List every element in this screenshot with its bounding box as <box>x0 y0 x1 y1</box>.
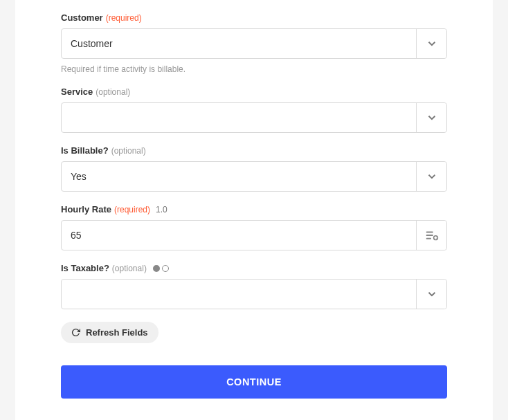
is-billable-label-row: Is Billable? (optional) <box>61 145 447 156</box>
dot-outline-icon <box>162 265 169 272</box>
customer-select[interactable]: Customer <box>61 28 447 59</box>
svg-rect-5 <box>434 237 437 239</box>
service-label-row: Service (optional) <box>61 86 447 97</box>
customer-field-group: Customer (required) Customer Required if… <box>61 12 447 74</box>
hourly-rate-hint: 1.0 <box>156 205 167 214</box>
service-field-group: Service (optional) <box>61 86 447 133</box>
service-optional-tag: (optional) <box>96 87 130 97</box>
dot-solid-icon <box>153 265 160 272</box>
hourly-rate-addon-button[interactable] <box>416 221 446 250</box>
is-billable-dropdown-toggle[interactable] <box>416 162 446 191</box>
hourly-rate-label-row: Hourly Rate (required) 1.0 <box>61 204 447 214</box>
boolean-type-icon <box>153 265 169 272</box>
hourly-rate-input-wrapper <box>61 220 447 250</box>
form-card: Customer (required) Customer Required if… <box>15 0 493 420</box>
hourly-rate-required-tag: (required) <box>114 205 150 214</box>
refresh-icon <box>71 328 80 337</box>
chevron-down-icon <box>426 288 438 300</box>
service-dropdown-toggle[interactable] <box>416 103 446 132</box>
is-taxable-label: Is Taxable? <box>61 263 109 273</box>
hourly-rate-field-group: Hourly Rate (required) 1.0 <box>61 204 447 250</box>
customer-selected-value: Customer <box>62 29 416 58</box>
is-taxable-optional-tag: (optional) <box>112 264 147 273</box>
service-selected-value <box>62 103 416 132</box>
chevron-down-icon <box>426 37 438 50</box>
customer-label: Customer <box>61 12 103 23</box>
is-taxable-selected-value <box>62 280 416 309</box>
chevron-down-icon <box>426 170 438 183</box>
hourly-rate-input[interactable] <box>62 221 416 250</box>
chevron-down-icon <box>426 111 438 124</box>
svg-rect-1 <box>426 235 433 236</box>
service-select[interactable] <box>61 102 447 133</box>
is-billable-optional-tag: (optional) <box>111 146 146 156</box>
continue-button[interactable]: CONTINUE <box>61 365 447 399</box>
is-taxable-label-row: Is Taxable? (optional) <box>61 263 447 273</box>
is-billable-label: Is Billable? <box>61 145 109 156</box>
is-taxable-select[interactable] <box>61 279 447 309</box>
refresh-fields-label: Refresh Fields <box>86 327 148 338</box>
customer-label-row: Customer (required) <box>61 12 447 23</box>
service-label: Service <box>61 86 93 97</box>
is-taxable-field-group: Is Taxable? (optional) <box>61 263 447 309</box>
customer-dropdown-toggle[interactable] <box>416 29 446 58</box>
customer-help-text: Required if time activity is billable. <box>61 64 447 74</box>
customer-required-tag: (required) <box>106 13 142 23</box>
svg-rect-0 <box>426 232 433 233</box>
is-billable-select[interactable]: Yes <box>61 161 447 192</box>
is-billable-field-group: Is Billable? (optional) Yes <box>61 145 447 192</box>
refresh-fields-button[interactable]: Refresh Fields <box>61 322 158 343</box>
list-add-icon <box>424 228 439 243</box>
is-billable-selected-value: Yes <box>62 162 416 191</box>
is-taxable-dropdown-toggle[interactable] <box>416 280 446 309</box>
svg-rect-2 <box>426 238 430 239</box>
hourly-rate-label: Hourly Rate <box>61 204 111 214</box>
